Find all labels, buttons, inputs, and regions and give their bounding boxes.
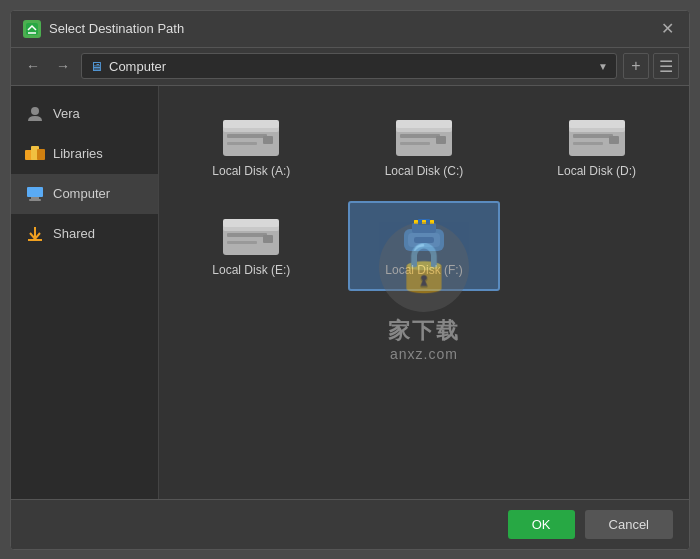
svg-rect-4 bbox=[37, 149, 45, 160]
sidebar-computer-label: Computer bbox=[53, 186, 110, 201]
computer-nav-icon bbox=[25, 184, 45, 204]
watermark-text2: anxz.com bbox=[390, 346, 458, 362]
svg-rect-12 bbox=[227, 134, 267, 138]
file-item-disk-a[interactable]: Local Disk (A:) bbox=[175, 102, 328, 192]
svg-rect-39 bbox=[422, 220, 426, 224]
file-item-disk-f[interactable]: Local Disk (F:) bbox=[348, 201, 501, 291]
vera-icon bbox=[25, 104, 45, 124]
file-item-disk-c[interactable]: Local Disk (C:) bbox=[348, 102, 501, 192]
svg-rect-17 bbox=[396, 120, 452, 128]
footer: OK Cancel bbox=[11, 499, 689, 549]
shared-icon bbox=[25, 224, 45, 244]
libraries-icon bbox=[25, 144, 45, 164]
dialog-title: Select Destination Path bbox=[49, 21, 657, 36]
sidebar-item-shared[interactable]: Shared bbox=[11, 214, 158, 254]
svg-rect-23 bbox=[569, 120, 625, 128]
back-button[interactable]: ← bbox=[21, 54, 45, 78]
svg-rect-37 bbox=[414, 237, 434, 243]
sidebar-item-libraries[interactable]: Libraries bbox=[11, 134, 158, 174]
disk-f-icon bbox=[392, 213, 456, 257]
svg-rect-31 bbox=[227, 241, 257, 244]
main-pane: Local Disk (A:) Local Di bbox=[159, 86, 689, 499]
svg-rect-20 bbox=[436, 136, 446, 144]
address-bar[interactable]: 🖥 Computer ▼ bbox=[81, 53, 617, 79]
svg-rect-13 bbox=[227, 142, 257, 145]
close-button[interactable]: ✕ bbox=[657, 19, 677, 39]
sidebar-item-computer[interactable]: Computer bbox=[11, 174, 158, 214]
title-bar: Select Destination Path ✕ bbox=[11, 11, 689, 48]
ok-button[interactable]: OK bbox=[508, 510, 575, 539]
view-toggle-button[interactable]: ☰ bbox=[653, 53, 679, 79]
svg-rect-38 bbox=[414, 220, 418, 224]
svg-rect-14 bbox=[263, 136, 273, 144]
svg-rect-26 bbox=[609, 136, 619, 144]
svg-rect-11 bbox=[223, 120, 279, 128]
forward-button[interactable]: → bbox=[51, 54, 75, 78]
disk-d-label: Local Disk (D:) bbox=[557, 164, 636, 180]
file-item-disk-e[interactable]: Local Disk (E:) bbox=[175, 201, 328, 291]
disk-c-icon bbox=[392, 114, 456, 158]
svg-rect-6 bbox=[31, 197, 39, 199]
disk-c-label: Local Disk (C:) bbox=[385, 164, 464, 180]
toolbar-actions: + ☰ bbox=[623, 53, 679, 79]
dialog-icon bbox=[23, 20, 41, 38]
computer-icon: 🖥 bbox=[90, 59, 103, 74]
cancel-button[interactable]: Cancel bbox=[585, 510, 673, 539]
svg-rect-24 bbox=[573, 134, 613, 138]
address-text: Computer bbox=[109, 59, 598, 74]
sidebar-libraries-label: Libraries bbox=[53, 146, 103, 161]
content-area: Vera Libraries bbox=[11, 86, 689, 499]
svg-rect-30 bbox=[227, 233, 267, 237]
files-grid: Local Disk (A:) Local Di bbox=[175, 102, 673, 291]
disk-e-label: Local Disk (E:) bbox=[212, 263, 290, 279]
svg-rect-32 bbox=[263, 235, 273, 243]
dialog: Select Destination Path ✕ ← → 🖥 Computer… bbox=[10, 10, 690, 550]
svg-rect-5 bbox=[27, 187, 43, 197]
sidebar-item-vera[interactable]: Vera bbox=[11, 94, 158, 134]
svg-rect-18 bbox=[400, 134, 440, 138]
new-folder-button[interactable]: + bbox=[623, 53, 649, 79]
disk-a-label: Local Disk (A:) bbox=[212, 164, 290, 180]
svg-rect-8 bbox=[28, 239, 42, 241]
file-item-disk-d[interactable]: Local Disk (D:) bbox=[520, 102, 673, 192]
sidebar: Vera Libraries bbox=[11, 86, 159, 499]
address-dropdown-icon[interactable]: ▼ bbox=[598, 61, 608, 72]
disk-d-icon bbox=[565, 114, 629, 158]
svg-rect-19 bbox=[400, 142, 430, 145]
watermark-text1: 家下载 bbox=[388, 316, 460, 346]
disk-f-label: Local Disk (F:) bbox=[385, 263, 462, 279]
sidebar-shared-label: Shared bbox=[53, 226, 95, 241]
svg-rect-25 bbox=[573, 142, 603, 145]
svg-rect-40 bbox=[430, 220, 434, 224]
svg-rect-7 bbox=[29, 199, 41, 201]
toolbar: ← → 🖥 Computer ▼ + ☰ bbox=[11, 48, 689, 86]
disk-e-icon bbox=[219, 213, 283, 257]
svg-point-1 bbox=[31, 107, 39, 115]
svg-rect-29 bbox=[223, 219, 279, 227]
sidebar-vera-label: Vera bbox=[53, 106, 80, 121]
disk-a-icon bbox=[219, 114, 283, 158]
